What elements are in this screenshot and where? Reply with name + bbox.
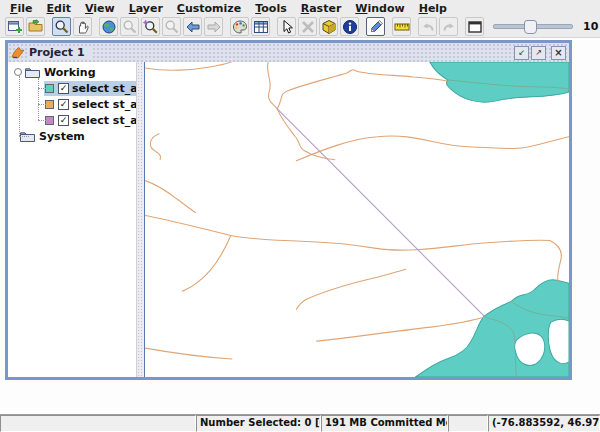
status-memory-cell: 191 MB Committed Memory (321, 415, 448, 432)
undo-icon (420, 19, 436, 35)
project-icon (11, 46, 25, 60)
menu-layer[interactable]: Layer (123, 2, 169, 15)
project-window: Project 1 ↙ ↗ × (5, 40, 572, 380)
cube-icon (321, 19, 337, 35)
palette-icon (232, 19, 248, 35)
zoom-selected-icon (122, 19, 138, 35)
pan-tool-button[interactable] (73, 17, 92, 36)
layer-checkbox[interactable]: ✓ (58, 99, 69, 110)
desktop-pane: Project 1 ↙ ↗ × (0, 38, 600, 414)
window-icon (467, 19, 483, 35)
layer-checkbox[interactable]: ✓ (58, 83, 69, 94)
select-tool-button[interactable] (277, 17, 296, 36)
edit-button[interactable] (366, 17, 385, 36)
zoom-previous-icon (143, 19, 159, 35)
forward-arrow-icon (206, 19, 222, 35)
layer-label: select st_asbin (72, 98, 136, 111)
attribute-table-button[interactable] (251, 17, 270, 36)
panel-splitter[interactable] (136, 62, 144, 377)
edit-pencil-icon (368, 19, 384, 35)
geometry-button[interactable] (319, 17, 338, 36)
menu-bar: File Edit View Layer Customize Tools Ras… (0, 0, 600, 16)
redo-button[interactable] (439, 17, 458, 36)
measure-button[interactable] (392, 17, 411, 36)
menu-tools[interactable]: Tools (249, 2, 292, 15)
info-icon (342, 19, 358, 35)
undo-button[interactable] (418, 17, 437, 36)
open-project-icon (28, 19, 44, 35)
zoom-selected-button[interactable] (120, 17, 139, 36)
back-button[interactable] (183, 17, 202, 36)
layer-checkbox[interactable]: ✓ (58, 115, 69, 126)
zoom-next-button[interactable] (162, 17, 181, 36)
menu-help[interactable]: Help (413, 2, 453, 15)
tree-guide-line (38, 104, 46, 105)
menu-file[interactable]: File (4, 2, 39, 15)
maximize-button[interactable]: ↗ (531, 46, 546, 60)
tree-guide-line (38, 88, 46, 89)
fullscreen-button[interactable] (465, 17, 484, 36)
menu-edit[interactable]: Edit (41, 2, 77, 15)
tree-guide-line (19, 136, 29, 137)
tree-node-label: System (39, 130, 85, 143)
pan-tool-icon (75, 19, 91, 35)
redo-icon (441, 19, 457, 35)
zoom-previous-button[interactable] (141, 17, 160, 36)
zoom-full-extent-icon (101, 19, 117, 35)
menu-raster[interactable]: Raster (295, 2, 348, 15)
zoom-next-icon (164, 19, 180, 35)
layer-label: select st_asbin (72, 82, 136, 95)
open-project-button[interactable] (26, 17, 45, 36)
scale-slider-group: 10 mm (493, 20, 600, 33)
scale-slider[interactable] (493, 24, 573, 29)
layer-color-swatch (45, 84, 54, 93)
select-cursor-icon (279, 19, 295, 35)
project-body: Working ✓ select st_asbin (8, 62, 569, 377)
feature-info-button[interactable] (340, 17, 359, 36)
styles-button[interactable] (230, 17, 249, 36)
status-scale-cell (448, 415, 488, 432)
layer-row[interactable]: ✓ select st_asbin (8, 80, 136, 96)
menu-window[interactable]: Window (349, 2, 410, 15)
tree-node-working[interactable]: Working (8, 64, 136, 80)
tree-guide-line (19, 76, 20, 136)
menu-customize[interactable]: Customize (171, 2, 247, 15)
tree-expander-icon[interactable] (14, 68, 22, 76)
tree-guide-line (38, 120, 46, 121)
folder-icon (25, 67, 40, 78)
layer-color-swatch (45, 116, 54, 125)
status-bar: Number Selected: 0 [0, ... 191 MB Commit… (0, 414, 600, 432)
tree-guide-line (38, 78, 39, 120)
minimize-button[interactable]: ↙ (514, 46, 529, 60)
close-button[interactable]: × (551, 46, 566, 60)
attribute-table-icon (253, 19, 269, 35)
project-titlebar[interactable]: Project 1 ↙ ↗ × (8, 43, 569, 62)
status-selected-cell: Number Selected: 0 [0, ... (196, 415, 321, 432)
application-window: File Edit View Layer Customize Tools Ras… (0, 0, 600, 432)
zoom-full-extent-button[interactable] (99, 17, 118, 36)
tree-node-label: Working (44, 66, 96, 79)
layer-color-swatch (45, 100, 54, 109)
menu-view[interactable]: View (79, 2, 121, 15)
layer-row[interactable]: ✓ select st_asbin (8, 96, 136, 112)
zoom-tool-icon (54, 19, 70, 35)
new-layer-button[interactable] (5, 17, 24, 36)
map-view[interactable] (144, 62, 569, 377)
toolbar: 10 mm (0, 16, 600, 38)
layer-label: select st_asbin (72, 114, 136, 127)
clear-selection-button[interactable] (298, 17, 317, 36)
slider-thumb[interactable] (524, 20, 537, 34)
zoom-tool-button[interactable] (52, 17, 71, 36)
status-message-cell (0, 415, 196, 432)
forward-button[interactable] (204, 17, 223, 36)
project-title: Project 1 (29, 46, 91, 59)
status-coordinates-cell: (-76.883592, 46.97... (488, 415, 600, 432)
map-canvas[interactable] (145, 62, 569, 377)
slider-value: 10 mm (583, 20, 600, 33)
new-layer-icon (7, 19, 23, 35)
back-arrow-icon (185, 19, 201, 35)
ruler-icon (394, 19, 410, 35)
clear-selection-icon (300, 19, 316, 35)
layer-row[interactable]: ✓ select st_asbin (8, 112, 136, 128)
layer-tree: Working ✓ select st_asbin (8, 62, 136, 377)
